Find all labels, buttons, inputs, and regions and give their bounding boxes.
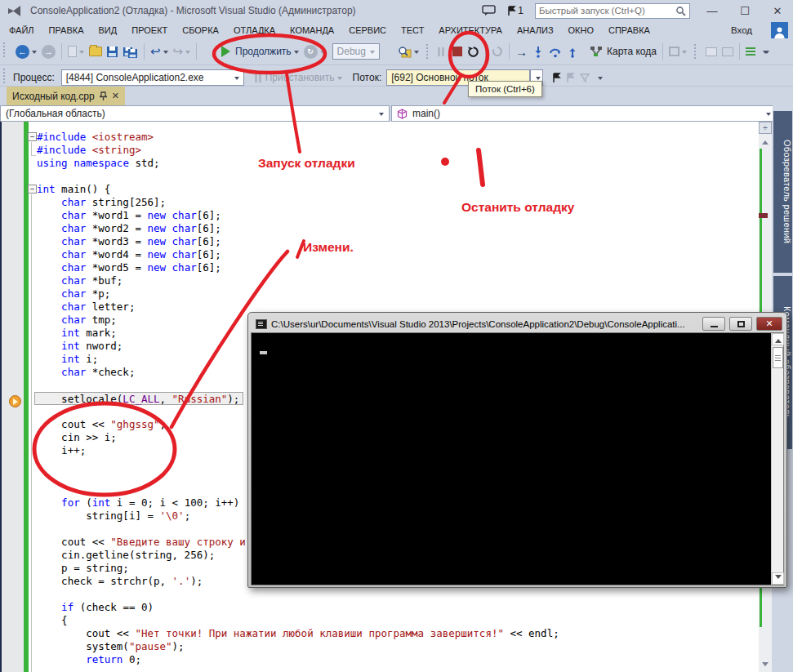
code-map-button[interactable]: Карта кода xyxy=(587,42,659,61)
menu-item-11[interactable]: ОКНО xyxy=(561,21,601,39)
console-client-area[interactable] xyxy=(251,332,784,585)
current-statement-marker[interactable] xyxy=(9,395,21,407)
menu-item-2[interactable]: ВИД xyxy=(91,21,125,39)
code-line-9[interactable]: char *word3 = new char[6]; xyxy=(37,235,755,248)
menu-item-12[interactable]: СПРАВКА xyxy=(601,21,657,39)
sign-in-link[interactable]: Вход xyxy=(731,21,752,39)
toolbar-gripper[interactable] xyxy=(426,44,430,59)
console-maximize-button[interactable] xyxy=(729,317,752,331)
console-scroll-up[interactable] xyxy=(772,333,784,345)
quick-launch-search[interactable] xyxy=(535,3,690,19)
close-button[interactable]: ✕ xyxy=(767,5,788,17)
restart-disabled-button[interactable]: ↻ xyxy=(301,42,327,61)
window-title: ConsoleApplication2 (Отладка) - Microsof… xyxy=(30,5,356,16)
menu-item-9[interactable]: АРХИТЕКТУРА xyxy=(431,21,510,39)
tab-source-file[interactable]: Исходный код.cpp ✕ xyxy=(7,87,125,105)
continue-button[interactable]: Продолжить xyxy=(219,42,301,61)
console-close-button[interactable]: ✕ xyxy=(756,317,782,331)
code-line-37[interactable]: if (check == 0) xyxy=(37,601,755,614)
code-line-6[interactable]: char string[256]; xyxy=(37,196,755,209)
notifications-flag[interactable]: 1 xyxy=(507,5,523,16)
save-button[interactable] xyxy=(105,42,120,61)
minimize-button[interactable]: — xyxy=(702,5,723,17)
stop-debug-button[interactable] xyxy=(450,42,465,61)
fold-marker[interactable]: − xyxy=(28,132,37,141)
menu-item-4[interactable]: СБОРКА xyxy=(175,21,226,39)
menu-item-7[interactable]: СЕРВИС xyxy=(341,21,394,39)
split-window-handle[interactable]: ÷ xyxy=(759,122,772,134)
scroll-up-arrow[interactable] xyxy=(759,135,772,146)
code-line-40[interactable]: system("pause"); xyxy=(37,640,755,653)
code-line-39[interactable]: cout << "Нет точки! При нажатии любой кл… xyxy=(37,627,755,640)
console-minimize-button[interactable] xyxy=(702,317,725,331)
member-dropdown[interactable]: main() xyxy=(391,105,777,122)
console-scroll-down[interactable] xyxy=(772,572,784,585)
scroll-down-arrow[interactable] xyxy=(759,660,772,671)
fold-marker[interactable]: − xyxy=(28,185,37,194)
code-line-7[interactable]: char *word1 = new char[6]; xyxy=(37,209,755,222)
redo-button[interactable]: ↪ xyxy=(171,42,194,61)
restart-debug-button[interactable] xyxy=(465,42,482,61)
menu-item-5[interactable]: ОТЛАДКА xyxy=(226,21,283,39)
code-line-41[interactable]: return 0; xyxy=(37,653,755,666)
suspend-button[interactable]: Приостановить xyxy=(252,68,345,87)
code-line-1[interactable]: #include <iostream>− xyxy=(37,131,755,144)
step-out-button[interactable] xyxy=(564,42,581,61)
step-over-button[interactable] xyxy=(546,42,564,61)
show-flagged-only-button[interactable] xyxy=(577,68,593,87)
console-scrollbar[interactable] xyxy=(771,333,783,585)
code-line-8[interactable]: char *word2 = new char[6]; xyxy=(37,222,755,235)
feedback-icon[interactable] xyxy=(482,5,496,16)
new-file-button[interactable] xyxy=(65,42,87,61)
code-line-11[interactable]: char *word5 = new char[6]; xyxy=(37,261,755,274)
output-window-button[interactable] xyxy=(719,42,736,61)
console-title-bar[interactable]: C:\Users\ur\Documents\Visual Studio 2013… xyxy=(251,315,784,332)
toolbar-gripper[interactable] xyxy=(3,42,7,57)
process-combo[interactable]: [4844] ConsoleApplication2.exe xyxy=(61,69,244,86)
menu-item-1[interactable]: ПРАВКА xyxy=(42,21,91,39)
code-line-5[interactable]: int main() {− xyxy=(37,183,755,196)
find-in-files-button[interactable] xyxy=(395,42,421,61)
hex-display-button[interactable] xyxy=(666,42,689,61)
code-line-13[interactable]: char *p; xyxy=(37,287,755,300)
menu-item-0[interactable]: ФАЙЛ xyxy=(2,21,42,39)
navigate-back-button[interactable]: ← xyxy=(13,42,39,61)
breakpoints-window-button[interactable] xyxy=(703,42,719,61)
user-avatar-icon[interactable] xyxy=(771,22,788,38)
flag-thread-button[interactable] xyxy=(550,68,564,87)
scope-dropdown[interactable]: (Глобальная область) xyxy=(0,105,390,122)
menu-item-10[interactable]: АНАЛИЗ xyxy=(510,21,561,39)
menu-item-6[interactable]: КОМАНДА xyxy=(283,21,341,39)
show-next-statement-button[interactable]: → xyxy=(513,42,530,61)
open-file-button[interactable] xyxy=(87,42,105,61)
console-scroll-thumb[interactable] xyxy=(773,347,783,368)
unflag-threads-button[interactable] xyxy=(564,68,577,87)
code-line-4[interactable] xyxy=(37,170,755,183)
tab-close-icon[interactable]: ✕ xyxy=(112,91,119,101)
toolbar-overflow-button[interactable] xyxy=(593,68,605,87)
tab-solution-explorer[interactable]: Обозреватель решений xyxy=(773,111,792,273)
pause-debug-button[interactable] xyxy=(435,42,447,61)
code-line-10[interactable]: char *word4 = new char[6]; xyxy=(37,248,755,261)
navigate-forward-button[interactable]: → xyxy=(39,42,58,61)
refresh-disabled-button[interactable] xyxy=(489,42,506,61)
code-line-3[interactable]: using namespace std; xyxy=(37,157,755,170)
menu-item-3[interactable]: ПРОЕКТ xyxy=(124,21,175,39)
code-line-2[interactable]: #include <string> xyxy=(37,144,755,157)
immediate-window-button[interactable] xyxy=(743,42,758,61)
step-into-button[interactable] xyxy=(530,42,546,61)
pin-icon[interactable] xyxy=(100,91,107,101)
code-line-38[interactable]: { xyxy=(37,614,755,627)
search-input[interactable] xyxy=(539,6,675,16)
toolbar-overflow-button[interactable] xyxy=(758,42,772,61)
code-line-12[interactable]: char *buf; xyxy=(37,274,755,287)
toolbar-gripper[interactable] xyxy=(3,69,7,83)
maximize-button[interactable]: ☐ xyxy=(734,5,755,17)
undo-button[interactable]: ↩ xyxy=(148,42,171,61)
console-window[interactable]: C:\Users\ur\Documents\Visual Studio 2013… xyxy=(247,312,787,588)
save-all-button[interactable] xyxy=(120,42,140,61)
code-line-36[interactable] xyxy=(37,588,755,601)
toolbar-gripper[interactable] xyxy=(694,44,698,59)
menu-item-8[interactable]: ТЕСТ xyxy=(394,21,431,39)
solution-configurations-combo[interactable]: Debug xyxy=(332,43,380,60)
